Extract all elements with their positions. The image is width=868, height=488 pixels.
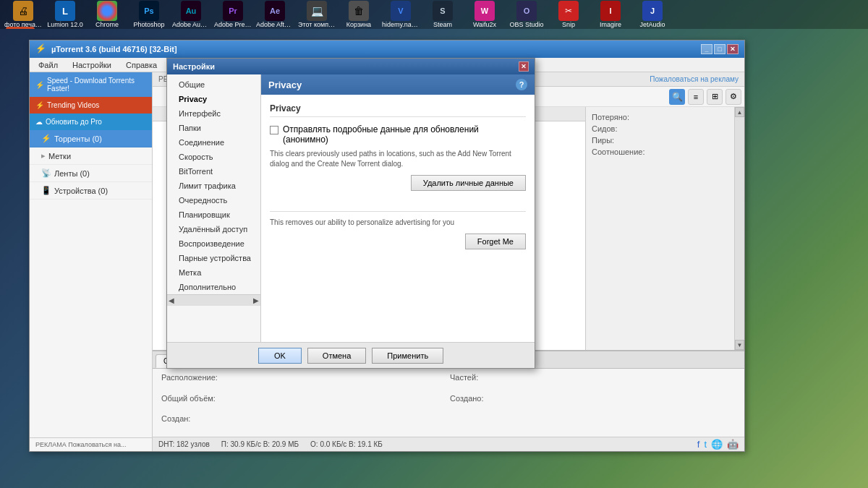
privacy-content: Privacy Отправлять подробные данные для … xyxy=(261,95,535,342)
settings-nav: Общие Privacy Интерфейс Папки Соединение… xyxy=(167,74,261,342)
nav-traffic[interactable]: Лимит трафика xyxy=(167,179,260,193)
privacy-description-1: This clears previously used paths in loc… xyxy=(270,149,526,169)
nav-queue[interactable]: Очередность xyxy=(167,193,260,207)
settings-titlebar: Настройки ✕ xyxy=(167,59,535,74)
nav-advanced[interactable]: Дополнительно xyxy=(167,280,260,294)
privacy-help-button[interactable]: ? xyxy=(516,79,527,90)
forget-me-button[interactable]: Forget Me xyxy=(465,234,526,249)
nav-label[interactable]: Метка xyxy=(167,265,260,280)
delete-personal-data-button[interactable]: Удалить личные данные xyxy=(411,175,526,191)
privacy-description-2: This removes our ability to personalize … xyxy=(270,218,526,228)
privacy-checkbox-label: Отправлять подробные данные для обновлен… xyxy=(283,124,526,145)
settings-footer: OK Отмена Применить xyxy=(167,342,535,368)
privacy-panel: Privacy ? Privacy Отправлять подробные д… xyxy=(261,74,535,342)
ok-button[interactable]: OK xyxy=(258,348,302,364)
nav-scroll-right[interactable]: ▶ xyxy=(253,296,259,304)
nav-interface[interactable]: Интерфейс xyxy=(167,106,260,121)
nav-connection[interactable]: Соединение xyxy=(167,135,260,150)
nav-playback[interactable]: Воспроизведение xyxy=(167,236,260,251)
nav-paired[interactable]: Парные устройства xyxy=(167,251,260,265)
settings-body: Общие Privacy Интерфейс Папки Соединение… xyxy=(167,74,535,342)
nav-folders[interactable]: Папки xyxy=(167,121,260,135)
nav-scrollbar: ◀ ▶ xyxy=(167,294,260,306)
settings-close-button[interactable]: ✕ xyxy=(519,61,529,72)
nav-speed[interactable]: Скорость xyxy=(167,150,260,164)
nav-scheduler[interactable]: Планировщик xyxy=(167,207,260,222)
privacy-header-title: Privacy xyxy=(268,80,302,90)
nav-bittorrent[interactable]: BitTorrent xyxy=(167,164,260,179)
desktop: 🖨 фото печать... L Lumion 12.0 Chrome Ps… xyxy=(0,0,868,488)
privacy-header: Privacy ? xyxy=(261,74,535,95)
nav-general[interactable]: Общие xyxy=(167,77,260,92)
cancel-button[interactable]: Отмена xyxy=(307,348,366,364)
privacy-section-title: Privacy xyxy=(270,103,526,117)
settings-dialog-overlay: Настройки ✕ Общие Privacy Интерфейс Папк… xyxy=(0,0,868,488)
privacy-checkbox-row: Отправлять подробные данные для обновлен… xyxy=(270,124,526,145)
nav-privacy[interactable]: Privacy xyxy=(167,92,260,106)
apply-button[interactable]: Применить xyxy=(372,348,443,364)
nav-scroll-left[interactable]: ◀ xyxy=(169,296,174,304)
settings-title: Настройки xyxy=(173,62,215,71)
nav-remote[interactable]: Удалённый доступ xyxy=(167,222,260,236)
privacy-separator xyxy=(270,211,526,212)
privacy-checkbox[interactable] xyxy=(270,126,278,134)
settings-dialog: Настройки ✕ Общие Privacy Интерфейс Папк… xyxy=(166,58,535,369)
